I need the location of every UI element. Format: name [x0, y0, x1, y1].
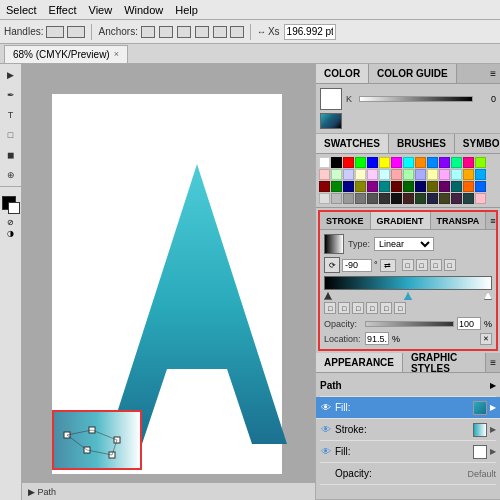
appearance-fill-row[interactable]: 👁 Fill: ▶ [316, 397, 500, 419]
small-icon3[interactable]: □ [352, 302, 364, 314]
tab-symbols[interactable]: SYMBOLS [455, 134, 500, 153]
anchor-icon4[interactable] [195, 26, 209, 38]
stroke-chevron[interactable]: ▶ [490, 425, 496, 434]
color-swatch-item[interactable] [379, 181, 390, 192]
color-swatch-item[interactable] [331, 193, 342, 204]
preview-box[interactable] [52, 410, 142, 470]
color-swatch-item[interactable] [391, 181, 402, 192]
color-swatch-item[interactable] [355, 169, 366, 180]
appearance-stroke-row[interactable]: 👁 Stroke: ▶ [320, 419, 496, 441]
color-swatch-item[interactable] [415, 169, 426, 180]
color-swatch-item[interactable] [391, 193, 402, 204]
menu-window[interactable]: Window [124, 4, 163, 16]
tab-transparency[interactable]: TRANSPA [431, 212, 487, 229]
color-swatch-item[interactable] [379, 157, 390, 168]
color-swatch-item[interactable] [475, 157, 486, 168]
color-swatch-item[interactable] [367, 181, 378, 192]
tab-appearance[interactable]: APPEARANCE [316, 353, 403, 372]
color-swatch-item[interactable] [451, 157, 462, 168]
small-icon6[interactable]: □ [394, 302, 406, 314]
color-swatch-item[interactable] [355, 157, 366, 168]
color-panel-menu[interactable]: ≡ [486, 64, 500, 83]
anchor-icon5[interactable] [213, 26, 227, 38]
color-swatch-item[interactable] [475, 169, 486, 180]
color-swatch-item[interactable] [343, 169, 354, 180]
canvas-tab[interactable]: 68% (CMYK/Preview) × [4, 45, 128, 63]
color-swatch-item[interactable] [475, 181, 486, 192]
color-swatch-item[interactable] [403, 157, 414, 168]
color-swatch-item[interactable] [367, 193, 378, 204]
appearance-opacity-row[interactable]: 👁 Opacity: Default [320, 463, 496, 485]
menu-help[interactable]: Help [175, 4, 198, 16]
color-swatch-item[interactable] [379, 169, 390, 180]
color-swatch-item[interactable] [355, 181, 366, 192]
color-swatch-item[interactable] [403, 181, 414, 192]
color-swatch-item[interactable] [319, 181, 330, 192]
fill-indicator[interactable] [2, 196, 20, 214]
fill2-chevron[interactable]: ▶ [490, 447, 496, 456]
color-swatch-item[interactable] [427, 169, 438, 180]
color-swatch-item[interactable] [451, 169, 462, 180]
color-swatch[interactable] [320, 88, 342, 110]
tab-close-btn[interactable]: × [114, 49, 119, 59]
color-swatch-item[interactable] [415, 157, 426, 168]
color-swatch-item[interactable] [355, 193, 366, 204]
tab-gradient[interactable]: GRADIENT [371, 212, 431, 229]
appearance-menu[interactable]: ≡ [486, 353, 500, 372]
color-swatch-item[interactable] [439, 169, 450, 180]
color-swatch-item[interactable] [319, 193, 330, 204]
tab-graphic-styles[interactable]: GRAPHIC STYLES [403, 353, 486, 372]
color-swatch-item[interactable] [343, 157, 354, 168]
color-swatch-item[interactable] [475, 193, 486, 204]
color-swatch-item[interactable] [463, 193, 474, 204]
visibility-fill-icon[interactable]: 👁 [320, 402, 332, 414]
handle-icon1[interactable] [46, 26, 64, 38]
stop-left[interactable] [324, 292, 332, 300]
opacity-input[interactable] [457, 317, 481, 330]
tool-pen[interactable]: ✒ [2, 86, 20, 104]
color-swatch-item[interactable] [463, 157, 474, 168]
color-swatch-item[interactable] [439, 157, 450, 168]
color-swatch-item[interactable] [463, 181, 474, 192]
k-slider[interactable] [359, 96, 473, 102]
anchor-icon3[interactable] [177, 26, 191, 38]
opacity-slider[interactable] [365, 321, 454, 327]
color-mode-icon[interactable]: ◑ [7, 229, 14, 238]
reverse-btn[interactable]: ⇄ [380, 259, 396, 272]
handle-icon2[interactable] [67, 26, 85, 38]
color-swatch-item[interactable] [427, 181, 438, 192]
fill-none-icon[interactable]: ⊘ [7, 218, 14, 227]
color-swatch-item[interactable] [331, 169, 342, 180]
color-swatch-item[interactable] [463, 169, 474, 180]
gradient-bar[interactable] [324, 276, 492, 290]
color-swatch-item[interactable] [331, 157, 342, 168]
gradient-preview-icon[interactable] [320, 113, 342, 129]
menu-view[interactable]: View [89, 4, 113, 16]
tab-color[interactable]: COLOR [316, 64, 369, 83]
gradient-menu[interactable]: ≡ [486, 212, 499, 229]
location-input[interactable] [365, 332, 389, 345]
color-swatch-item[interactable] [439, 181, 450, 192]
color-swatch-item[interactable] [415, 193, 426, 204]
tab-brushes[interactable]: BRUSHES [389, 134, 455, 153]
visibility-stroke-icon[interactable]: 👁 [320, 424, 332, 436]
appearance-fill2-row[interactable]: 👁 Fill: ▶ [320, 441, 496, 463]
angle-input[interactable] [342, 259, 372, 272]
small-icon2[interactable]: □ [338, 302, 350, 314]
color-swatch-item[interactable] [331, 181, 342, 192]
color-swatch-item[interactable] [451, 193, 462, 204]
tool-text[interactable]: T [2, 106, 20, 124]
tool-shape[interactable]: □ [2, 126, 20, 144]
tab-color-guide[interactable]: COLOR GUIDE [369, 64, 457, 83]
stop-icon3[interactable]: □ [430, 259, 442, 271]
tool-arrow[interactable]: ▶ [2, 66, 20, 84]
menu-effect[interactable]: Effect [49, 4, 77, 16]
stop-icon2[interactable]: □ [416, 259, 428, 271]
stop-right[interactable] [484, 292, 492, 300]
color-swatch-item[interactable] [319, 169, 330, 180]
color-swatch-item[interactable] [343, 181, 354, 192]
color-swatch-item[interactable] [427, 193, 438, 204]
color-swatch-item[interactable] [319, 157, 330, 168]
color-swatch-item[interactable] [367, 169, 378, 180]
anchor-icon2[interactable] [159, 26, 173, 38]
